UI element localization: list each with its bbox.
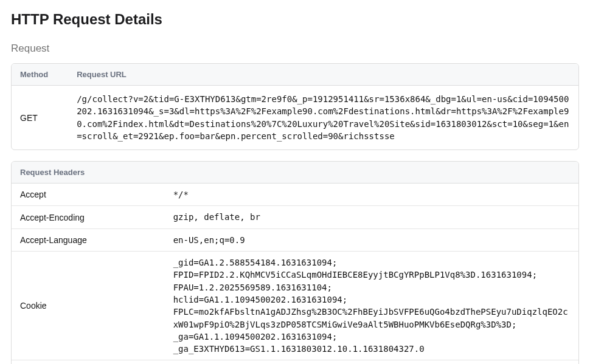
- headers-table: Accept*/*Accept-Encodinggzip, deflate, b…: [12, 184, 578, 364]
- request-method: GET: [12, 86, 68, 150]
- request-row: GET /g/collect?v=2&tid=G-E3XTHYD613&gtm=…: [12, 86, 578, 150]
- request-table: Method Request URL GET /g/collect?v=2&ti…: [12, 64, 578, 149]
- header-row: Accept-Languageen-US,en;q=0.9: [12, 228, 578, 251]
- header-name: Accept-Encoding: [12, 206, 165, 228]
- page-title: HTTP Request Details: [11, 11, 579, 28]
- header-row: Accept-Encodinggzip, deflate, br: [12, 206, 578, 228]
- header-value: _gid=GA1.2.588554184.1631631094; FPID=FP…: [165, 252, 578, 360]
- request-url: /g/collect?v=2&tid=G-E3XTHYD613&gtm=2re9…: [68, 86, 578, 150]
- url-column-header: Request URL: [68, 64, 578, 86]
- headers-panel: Request Headers Accept*/*Accept-Encoding…: [11, 161, 579, 364]
- header-name: Forwarded: [12, 360, 165, 364]
- header-name: Cookie: [12, 252, 165, 360]
- header-row: Forwardedfor="86.144.114.145";proto=http…: [12, 360, 578, 364]
- header-value: en-US,en;q=0.9: [165, 228, 578, 251]
- header-value: for="86.144.114.145";proto=https: [165, 360, 578, 364]
- request-panel: Method Request URL GET /g/collect?v=2&ti…: [11, 63, 579, 150]
- header-row: Cookie_gid=GA1.2.588554184.1631631094; F…: [12, 252, 578, 360]
- header-name: Accept-Language: [12, 228, 165, 251]
- header-value: gzip, deflate, br: [165, 206, 578, 228]
- headers-title: Request Headers: [12, 162, 578, 184]
- header-name: Accept: [12, 184, 165, 206]
- header-row: Accept*/*: [12, 184, 578, 206]
- request-section-title: Request: [11, 43, 579, 55]
- header-value: */*: [165, 184, 578, 206]
- method-column-header: Method: [12, 64, 68, 86]
